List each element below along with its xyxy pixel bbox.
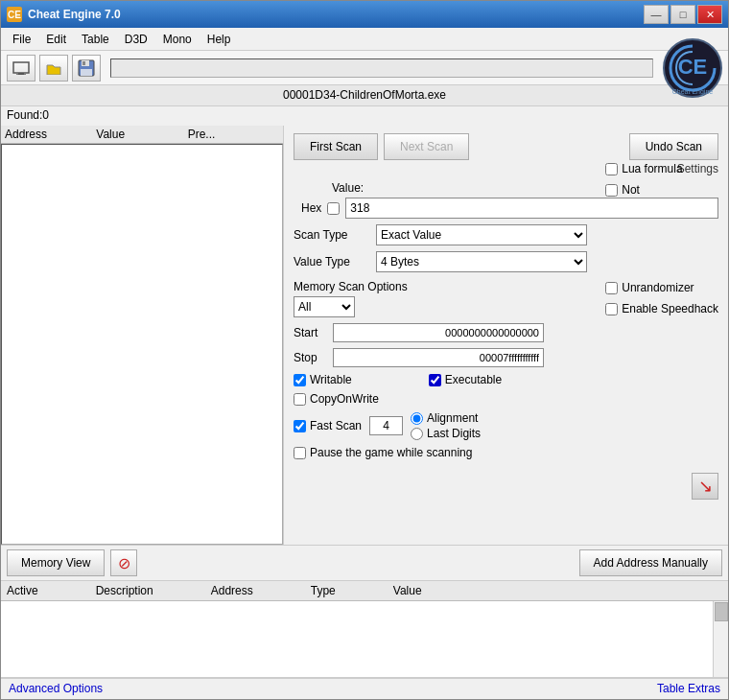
bottom-toolbar: Memory View ⊘ Add Address Manually — [1, 545, 728, 581]
toolbar-save-button[interactable] — [72, 55, 101, 82]
address-table-body[interactable] — [1, 601, 728, 678]
address-list-body[interactable] — [1, 144, 283, 545]
start-label: Start — [294, 326, 327, 339]
alignment-label: Alignment — [427, 411, 478, 425]
fast-scan-label: Fast Scan — [310, 419, 362, 432]
pause-game-label: Pause the game while scanning — [310, 446, 472, 459]
stop-label: Stop — [294, 351, 327, 364]
toolbar-screen-button[interactable] — [7, 55, 35, 82]
mem-options-row1: Writable Executable — [294, 373, 718, 386]
memory-view-button[interactable]: Memory View — [7, 549, 105, 576]
minimize-button[interactable]: — — [644, 5, 669, 24]
menu-bar: File Edit Table D3D Mono Help — [1, 28, 728, 51]
hex-label: Hex — [301, 201, 321, 215]
main-content: Address Value Pre... First Scan Next Sca… — [1, 126, 728, 545]
enable-speedhack-label: Enable Speedhack — [622, 302, 718, 315]
pause-game-item: Pause the game while scanning — [294, 446, 718, 459]
fast-scan-row: Fast Scan 4 Alignment Last Digits — [294, 411, 718, 440]
menu-d3d[interactable]: D3D — [117, 31, 155, 48]
hex-checkbox[interactable] — [327, 202, 340, 215]
col-type: Type — [311, 584, 336, 597]
no-icon: ⊘ — [118, 554, 130, 572]
menu-help[interactable]: Help — [200, 31, 239, 48]
svg-text:Cheat Engine: Cheat Engine — [672, 88, 714, 96]
footer: Advanced Options Table Extras — [1, 678, 728, 699]
enable-speedhack-row: Enable Speedhack — [605, 302, 718, 315]
table-extras-link[interactable]: Table Extras — [657, 682, 720, 696]
toolbar-open-button[interactable] — [39, 55, 68, 82]
writable-item: Writable — [294, 373, 352, 386]
copy-on-write-item: CopyOnWrite — [294, 392, 379, 406]
executable-checkbox[interactable] — [429, 374, 441, 386]
arrow-icon: ↘ — [698, 476, 713, 497]
writable-checkbox[interactable] — [294, 374, 306, 386]
app-icon: CE — [7, 7, 22, 22]
next-scan-button[interactable]: Next Scan — [384, 133, 469, 160]
menu-edit[interactable]: Edit — [38, 31, 74, 48]
arrow-button[interactable]: ↘ — [692, 473, 718, 500]
fast-scan-checkbox[interactable] — [294, 420, 306, 432]
not-checkbox[interactable] — [605, 184, 618, 197]
fast-scan-input[interactable]: 4 — [369, 416, 403, 435]
col-address: Address — [5, 128, 96, 141]
value-label: Value: — [332, 181, 364, 195]
address-list-panel: Address Value Pre... — [1, 126, 284, 545]
alignment-radio[interactable] — [411, 412, 423, 425]
col-description: Description — [96, 584, 153, 597]
scrollbar-vertical[interactable] — [713, 601, 728, 677]
memory-scan-select[interactable]: All Custom — [294, 296, 355, 317]
process-name: 00001D34-ChildrenOfMorta.exe — [283, 88, 446, 102]
progress-bar — [110, 58, 653, 78]
menu-table[interactable]: Table — [74, 31, 117, 48]
unrandomizer-checkbox[interactable] — [605, 282, 618, 294]
copy-on-write-label: CopyOnWrite — [310, 392, 379, 406]
list-header: Address Value Pre... — [1, 126, 283, 144]
col-active: Active — [7, 584, 38, 597]
last-digits-item: Last Digits — [411, 427, 481, 440]
col-address: Address — [211, 584, 253, 597]
stop-input[interactable] — [333, 348, 544, 367]
menu-file[interactable]: File — [5, 31, 38, 48]
scan-type-select[interactable]: Exact Value Bigger than... Smaller than.… — [376, 224, 587, 245]
svg-rect-0 — [13, 62, 29, 73]
unrandomizer-row: Unrandomizer — [605, 281, 718, 294]
no-icon-button[interactable]: ⊘ — [110, 549, 137, 576]
col-value: Value — [393, 584, 422, 597]
copy-on-write-checkbox[interactable] — [294, 393, 306, 406]
maximize-button[interactable]: □ — [670, 5, 695, 24]
window-controls: — □ ✕ — [644, 5, 722, 24]
add-address-button[interactable]: Add Address Manually — [579, 549, 722, 576]
close-button[interactable]: ✕ — [697, 5, 722, 24]
scrollbar-thumb[interactable] — [715, 602, 728, 621]
writable-label: Writable — [310, 373, 352, 386]
fast-scan-item: Fast Scan — [294, 419, 362, 432]
last-digits-radio[interactable] — [411, 428, 423, 440]
col-previous: Pre... — [188, 128, 279, 141]
col-value: Value — [96, 128, 187, 141]
unrandomizer-label: Unrandomizer — [622, 281, 694, 294]
main-window: CE Cheat Engine 7.0 — □ ✕ File Edit Tabl… — [0, 0, 729, 700]
last-digits-label: Last Digits — [427, 427, 481, 440]
toolbar: CE Cheat Engine — [1, 51, 728, 85]
lua-formula-checkbox[interactable] — [605, 163, 618, 175]
advanced-options-link[interactable]: Advanced Options — [9, 682, 103, 696]
window-title: Cheat Engine 7.0 — [28, 8, 644, 21]
value-type-select[interactable]: Byte 2 Bytes 4 Bytes 8 Bytes Float Doubl… — [376, 251, 587, 272]
not-row: Not — [605, 183, 718, 197]
process-bar: 00001D34-ChildrenOfMorta.exe — [1, 85, 728, 106]
menu-mono[interactable]: Mono — [155, 31, 200, 48]
svg-text:CE: CE — [678, 55, 708, 79]
lua-formula-row: Lua formula — [605, 162, 718, 175]
start-input[interactable] — [333, 323, 544, 342]
found-bar: Found:0 — [1, 106, 728, 126]
pause-game-checkbox[interactable] — [294, 447, 306, 459]
svg-rect-7 — [81, 69, 92, 76]
value-type-label: Value Type — [294, 255, 370, 268]
undo-scan-button[interactable]: Undo Scan — [629, 133, 718, 160]
scan-buttons-row: First Scan Next Scan Undo Scan — [294, 133, 718, 160]
enable-speedhack-checkbox[interactable] — [605, 303, 618, 315]
stop-addr-row: Stop — [294, 348, 718, 367]
first-scan-button[interactable]: First Scan — [294, 133, 378, 160]
executable-label: Executable — [445, 373, 502, 386]
ce-logo: CE Cheat Engine — [663, 38, 722, 98]
